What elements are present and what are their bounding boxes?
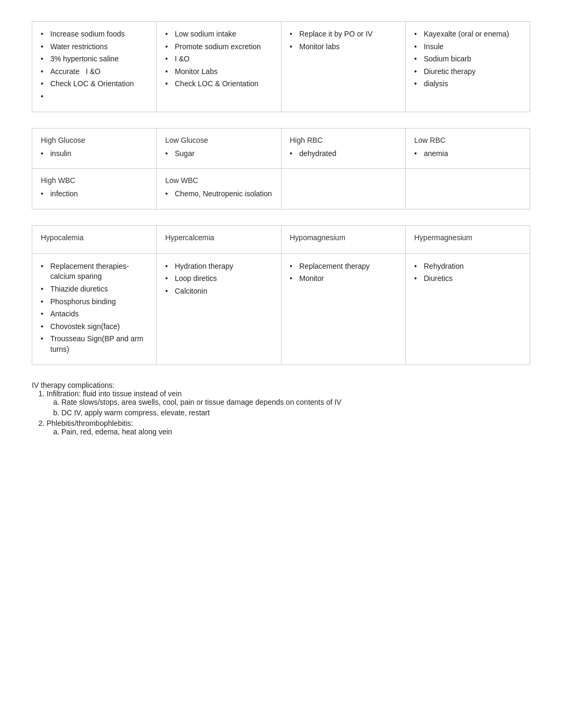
list-item: Diuretics [414,274,521,284]
hypocalemia-data-cell: Replacement therapies-calcium sparing Th… [32,254,157,365]
sodium-table: Increase sodium foods Water restrictions… [32,21,530,112]
list-item: Rehydration [414,261,521,272]
list-item: Loop diretics [165,274,272,284]
hypocalemia-header: Hypocalemia [41,233,148,242]
iv-complications-list: Infiltration: fluid into tissue instead … [47,389,530,436]
list-item: insulin [41,149,148,159]
high-rbc-list: dehydrated [290,149,397,159]
low-rbc-cell: Low RBC anemia [406,129,530,169]
hypermagnesium-header-cell: Hypermagnesium [406,226,530,253]
list-item: Hydration therapy [165,261,272,272]
list-item: anemia [414,149,521,159]
list-item: Water restrictions [41,42,148,52]
low-rbc-header: Low RBC [414,136,521,144]
list-item: Diuretic therapy [414,67,521,77]
sublist-item: Rate slows/stops, area swells, cool, pai… [61,398,530,406]
low-wbc-header: Low WBC [165,176,272,185]
hyperkalemia-list: Kayexalte (oral or enema) Insule Sodium … [414,29,521,89]
empty-cell-1 [282,169,406,209]
sodium-table-row: Increase sodium foods Water restrictions… [32,22,530,112]
list-item [41,92,148,102]
high-wbc-list: infection [41,189,148,199]
hypomagnesium-list: Replacement therapy Monitor [290,261,397,284]
list-item: 3% hypertonic saline [41,54,148,65]
hypomagnesium-data-cell: Replacement therapy Monitor [282,254,406,365]
list-item: Chemo, Neutropenic isolation [165,189,272,199]
list-item: I &O [165,54,272,65]
hypocalemia-header-cell: Hypocalemia [32,226,157,253]
hypernatremia-list: Low sodium intake Promote sodium excreti… [165,29,272,89]
list-item: Replacement therapies-calcium sparing [41,261,148,282]
complication-item-2: Phlebitis/thrombophlebitis: Pain, red, e… [47,419,530,436]
high-rbc-header: High RBC [290,136,397,144]
hypercalcemia-data-cell: Hydration therapy Loop diretics Calciton… [157,254,281,365]
high-glucose-list: insulin [41,149,148,159]
complication-item-1: Infiltration: fluid into tissue instead … [47,389,530,417]
list-item: Kayexalte (oral or enema) [414,29,521,40]
mineral-header-row: Hypocalemia Hypercalcemia Hypomagnesium … [32,226,530,254]
hypokalemia-cell: Replace it by PO or IV Monitor labs [282,22,406,112]
hypermagnesium-header: Hypermagnesium [414,233,521,242]
list-item: Replace it by PO or IV [290,29,397,40]
sublist-item: Pain, red, edema, heat along vein [61,427,530,436]
list-item: Sodium bicarb [414,54,521,65]
low-wbc-cell: Low WBC Chemo, Neutropenic isolation [157,169,281,209]
high-rbc-cell: High RBC dehydrated [282,129,406,169]
high-wbc-cell: High WBC infection [32,169,157,209]
list-item: Phosphorus binding [41,297,148,307]
list-item: Monitor Labs [165,67,272,77]
low-glucose-header: Low Glucose [165,136,272,144]
high-glucose-cell: High Glucose insulin [32,129,157,169]
hypercalcemia-header: Hypercalcemia [165,233,272,242]
high-glucose-header: High Glucose [41,136,148,144]
iv-complications-title: IV therapy complications: [32,381,530,389]
hypercalcemia-header-cell: Hypercalcemia [157,226,281,253]
empty-cell-2 [406,169,530,209]
list-item: Monitor labs [290,42,397,52]
list-item: Calcitonin [165,286,272,297]
hyperkalemia-cell: Kayexalte (oral or enema) Insule Sodium … [406,22,530,112]
list-item: Trousseau Sign(BP and arm turns) [41,334,148,354]
complication-sublist-1: Rate slows/stops, area swells, cool, pai… [61,398,530,417]
blood-header-row-2: High WBC infection Low WBC Chemo, Neutro… [32,169,530,209]
hypermagnesium-data-cell: Rehydration Diuretics [406,254,530,365]
list-item: Low sodium intake [165,29,272,40]
list-item: Sugar [165,149,272,159]
list-item: Check LOC & Orientation [165,79,272,89]
hypermagnesium-list: Rehydration Diuretics [414,261,521,284]
list-item: Insule [414,42,521,52]
hypocalemia-list: Replacement therapies-calcium sparing Th… [41,261,148,355]
list-item: infection [41,189,148,199]
low-glucose-list: Sugar [165,149,272,159]
list-item: Chovostek sign(face) [41,322,148,332]
mineral-data-row: Replacement therapies-calcium sparing Th… [32,254,530,365]
hypercalcemia-list: Hydration therapy Loop diretics Calciton… [165,261,272,297]
high-wbc-header: High WBC [41,176,148,185]
low-glucose-cell: Low Glucose Sugar [157,129,281,169]
blood-header-row-1: High Glucose insulin Low Glucose Sugar H… [32,129,530,169]
list-item: Increase sodium foods [41,29,148,40]
list-item: dialysis [414,79,521,89]
low-wbc-list: Chemo, Neutropenic isolation [165,189,272,199]
list-item: Antacids [41,309,148,320]
hypomagnesium-header-cell: Hypomagnesium [282,226,406,253]
mineral-table: Hypocalemia Hypercalcemia Hypomagnesium … [32,225,530,365]
list-item: Monitor [290,274,397,284]
hypernatremia-cell: Low sodium intake Promote sodium excreti… [157,22,281,112]
list-item: Replacement therapy [290,261,397,272]
hyponatremia-list: Increase sodium foods Water restrictions… [41,29,148,102]
hyponatremia-cell: Increase sodium foods Water restrictions… [32,22,157,112]
list-item: Thiazide diuretics [41,284,148,295]
iv-complications-section: IV therapy complications: Infiltration: … [32,381,530,436]
blood-table: High Glucose insulin Low Glucose Sugar H… [32,128,530,210]
list-item: dehydrated [290,149,397,159]
low-rbc-list: anemia [414,149,521,159]
hypokalemia-list: Replace it by PO or IV Monitor labs [290,29,397,52]
hypomagnesium-header: Hypomagnesium [290,233,397,242]
list-item: Promote sodium excretion [165,42,272,52]
complication-sublist-2: Pain, red, edema, heat along vein [61,427,530,436]
sublist-item: DC IV, apply warm compress, elevate, res… [61,408,530,417]
list-item: Check LOC & Orientation [41,79,148,89]
list-item: Accurate I &O [41,67,148,77]
